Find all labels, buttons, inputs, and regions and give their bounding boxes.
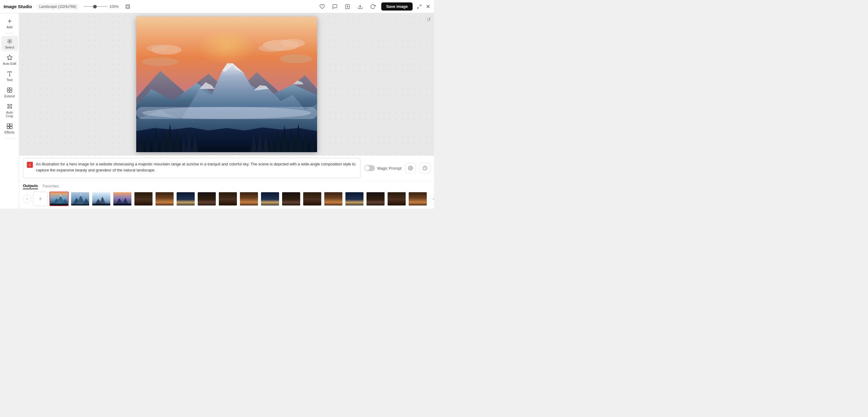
outputs-bar: Outputs Favorites [19,181,434,190]
refresh-button[interactable] [369,2,377,11]
thumbnail-16[interactable] [366,192,385,206]
canvas-area[interactable]: ↺ [19,13,434,155]
svg-rect-39 [7,124,9,126]
sidebar-auto-crop-label: Auto Crop [2,110,17,118]
auto-edit-icon [7,55,13,61]
sidebar-item-extend[interactable]: Extend [1,85,18,100]
svg-point-50 [279,54,313,63]
thumb-next-button[interactable] [429,195,434,203]
thumbnail-14[interactable] [324,192,343,206]
magic-prompt-area: Magic Prompt [364,165,401,171]
thumbnail-9[interactable] [218,192,238,206]
feedback-button[interactable] [331,2,339,11]
info-button[interactable] [343,2,352,11]
select-icon [7,38,13,44]
settings-button[interactable] [405,163,416,173]
magic-prompt-toggle[interactable] [364,165,375,171]
save-image-button[interactable]: Save image [381,2,412,10]
prompt-text: An illustration for a hero image for a w… [36,161,356,173]
thumb-prev-button[interactable] [23,195,31,203]
scroll-indicator: ↺ [427,16,431,23]
svg-point-23 [8,89,10,91]
main-area: Add Select Auto Edit [0,13,434,208]
thumbnail-18[interactable] [408,192,427,206]
svg-rect-90 [50,204,69,206]
sidebar-divider-1 [5,33,14,33]
sidebar-auto-edit-label: Auto Edit [3,62,16,65]
prompt-indicator: i [27,162,33,168]
thumbnail-13[interactable] [303,192,322,206]
text-icon [7,71,13,77]
zoom-slider[interactable] [84,6,107,7]
thumbnail-6[interactable] [155,192,174,206]
canvas-format: Landscape (1024x768) [37,4,79,10]
add-thumbnail-button[interactable]: + [33,192,48,206]
thumbnail-11[interactable] [260,192,280,206]
svg-rect-40 [10,124,12,126]
sidebar-item-auto-edit[interactable]: Auto Edit [1,52,18,67]
history-button[interactable] [420,163,430,173]
tab-outputs[interactable]: Outputs [23,184,38,189]
thumbnail-5[interactable] [134,192,153,206]
thumbnail-17[interactable] [387,192,406,206]
svg-point-83 [410,167,411,169]
zoom-control: 100% [84,4,119,9]
sidebar-effects-label: Effects [4,130,14,134]
thumbnail-8[interactable] [197,192,216,206]
thumb-1-image [50,192,69,206]
svg-marker-19 [7,55,12,60]
expand-button[interactable] [417,4,422,9]
sidebar-item-text[interactable]: Text [1,68,18,84]
fit-screen-button[interactable] [124,2,132,11]
svg-rect-100 [92,204,111,206]
sidebar-item-select[interactable]: Select [1,36,18,51]
svg-point-47 [258,44,285,52]
prompt-controls: Magic Prompt [364,158,430,179]
svg-rect-104 [113,204,132,206]
close-button[interactable]: ✕ [426,3,430,10]
sidebar-extend-label: Extend [4,94,14,98]
header-actions: Save image ✕ [318,2,430,11]
sidebar-item-effects[interactable]: Effects [1,121,18,136]
svg-point-60 [142,107,311,119]
download-button[interactable] [356,2,364,11]
app-title: Image Studio [4,4,32,9]
thumbnail-2[interactable] [70,192,90,206]
thumb-4-image [113,192,132,206]
svg-rect-42 [10,127,12,129]
svg-line-15 [8,39,8,40]
thumbnail-10[interactable] [239,192,258,206]
header: Image Studio Landscape (1024x768) 100% [0,0,434,13]
prompt-box[interactable]: i An illustration for a hero image for a… [23,158,361,179]
thumbnail-12[interactable] [281,192,301,206]
sidebar-item-auto-crop[interactable]: Auto Crop [1,101,18,120]
favorite-button[interactable] [318,2,327,11]
svg-point-10 [9,41,10,42]
svg-point-49 [147,44,168,52]
tab-favorites[interactable]: Favorites [43,184,59,189]
sidebar-add-label: Add [7,25,13,29]
zoom-percentage: 100% [110,4,119,9]
thumbnail-3[interactable] [92,192,111,206]
sidebar-text-label: Text [6,78,12,82]
thumbnail-4[interactable] [113,192,132,206]
effects-icon [7,123,13,129]
canvas-image [136,17,317,152]
svg-line-18 [8,42,8,43]
sidebar-item-add[interactable]: Add [1,16,18,31]
sidebar: Add Select Auto Edit [0,13,19,208]
svg-line-17 [10,39,11,40]
thumb-2-image [71,192,90,206]
thumbnail-15[interactable] [345,192,364,206]
svg-rect-41 [7,127,9,129]
add-icon [7,18,13,24]
svg-line-16 [10,42,11,43]
thumbnail-1[interactable] [50,192,69,206]
thumbnails-row: + [19,190,434,208]
thumbnail-7[interactable] [176,192,195,206]
prompt-area: i An illustration for a hero image for a… [19,156,434,181]
bottom-panel: i An illustration for a hero image for a… [19,155,434,208]
mountain-scene-svg [136,17,317,152]
svg-line-6 [420,5,421,6]
auto-crop-icon [7,103,13,109]
